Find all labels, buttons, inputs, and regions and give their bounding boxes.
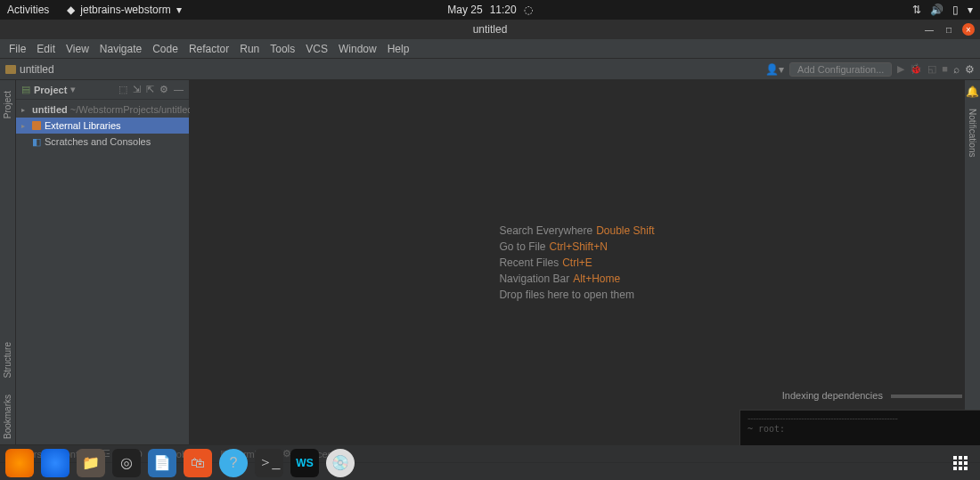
collapse-all-icon[interactable]: ⇱ [146,84,154,95]
dock-firefox[interactable] [5,449,34,477]
gnome-top-bar: Activities ◆ jetbrains-webstorm ▾ May 25… [0,0,980,20]
library-icon [32,121,41,130]
hint-drop-files: Drop files here to open them [499,289,654,301]
hide-icon[interactable]: — [174,84,184,95]
menu-tools[interactable]: Tools [265,43,300,55]
tree-root[interactable]: ▸ untitled ~/WebstormProjects/untitled [16,102,189,118]
dock-files[interactable]: 📁 [77,449,105,477]
tab-bookmarks[interactable]: Bookmarks [3,389,12,444]
tree-external-libraries[interactable]: ▸ External Libraries [16,118,189,134]
hint-search-everywhere: Search EverywhereDouble Shift [499,224,654,237]
project-view-icon: ▤ [21,84,30,95]
dock-software[interactable]: 🛍 [184,449,212,477]
breadcrumb[interactable]: untitled [5,63,54,76]
progress-bar [891,395,962,398]
project-tw-header: ▤ Project ▾ ⬚ ⇲ ⇱ ⚙ — [16,80,189,100]
dock-webstorm[interactable]: WS [290,449,319,477]
tree-scratches[interactable]: ◧ Scratches and Consoles [16,134,189,150]
project-tree[interactable]: ▸ untitled ~/WebstormProjects/untitled ▸… [16,100,189,151]
tree-scratches-label: Scratches and Consoles [45,136,151,147]
run-icon[interactable]: ▶ [897,63,904,75]
gnome-dock: 📁 ◎ 📄 🛍 ? ＞_ WS 💿 [0,445,980,480]
dock-writer[interactable]: 📄 [148,449,176,477]
window-title: untitled [473,23,508,36]
breadcrumb-project: untitled [20,63,54,76]
progress-indicator[interactable]: Indexing dependencies [782,390,962,401]
coverage-icon[interactable]: ◱ [927,63,936,75]
indexing-panel: ╌╌╌╌╌╌╌╌╌╌╌╌╌╌╌╌╌╌╌╌╌╌╌╌╌╌╌╌ ~ root: [739,410,980,445]
root-label: ~ root: [747,424,973,434]
dock-disc[interactable]: 💿 [326,449,355,477]
maximize-button[interactable]: □ [943,23,955,36]
folder-icon [5,65,16,74]
gear-icon[interactable]: ⚙ [965,63,975,76]
right-tool-stripe: 🔔 Notifications [964,80,980,444]
scratches-icon: ◧ [32,136,41,148]
dock-terminal[interactable]: ＞_ [255,449,283,477]
menu-vcs[interactable]: VCS [300,43,333,55]
clock-date[interactable]: May 25 [447,4,482,16]
settings-icon[interactable]: ⚙ [159,84,168,95]
volume-icon[interactable]: 🔊 [930,4,943,16]
active-app-label: jetbrains-webstorm [80,4,170,16]
hint-go-to-file: Go to FileCtrl+Shift+N [499,240,654,253]
window-title-bar: untitled — □ × [0,20,980,39]
search-icon[interactable]: ⌕ [953,63,960,76]
tab-project[interactable]: Project [3,85,12,124]
menu-refactor[interactable]: Refactor [184,43,234,55]
menu-help[interactable]: Help [382,43,415,55]
project-tw-title[interactable]: Project [34,85,67,95]
menu-window[interactable]: Window [333,43,382,55]
user-icon[interactable]: 👤▾ [765,63,784,76]
menu-file[interactable]: File [4,43,31,55]
active-app-menu[interactable]: ◆ jetbrains-webstorm ▾ [67,4,181,16]
battery-icon[interactable]: ▯ [952,4,959,16]
left-tool-stripe: Project Structure Bookmarks [0,80,16,444]
tree-external-label: External Libraries [45,120,121,131]
tab-notifications[interactable]: Notifications [968,103,977,162]
expand-all-icon[interactable]: ⇲ [133,84,141,95]
menu-edit[interactable]: Edit [31,43,61,55]
dock-show-apps[interactable] [953,456,968,470]
select-opened-file-icon[interactable]: ⬚ [118,84,127,95]
dock-thunderbird[interactable] [41,449,69,477]
menu-run[interactable]: Run [234,43,265,55]
bell-icon[interactable]: 🔔 [966,85,979,98]
tree-root-path: ~/WebstormProjects/untitled [70,104,193,115]
stop-icon[interactable]: ■ [942,63,948,75]
menu-view[interactable]: View [61,43,94,55]
chevron-right-icon[interactable]: ▸ [21,122,29,130]
menu-navigate[interactable]: Navigate [94,43,147,55]
progress-label: Indexing dependencies [782,390,883,401]
dock-rhythmbox[interactable]: ◎ [112,449,141,477]
minimize-button[interactable]: — [923,23,935,36]
add-configuration-button[interactable]: Add Configuration... [789,62,892,77]
clock-time[interactable]: 11:20 [490,4,517,16]
dock-help[interactable]: ? [219,449,248,477]
chevron-down-icon[interactable]: ▾ [968,4,973,16]
chevron-right-icon[interactable]: ▸ [21,106,25,114]
main-menu-bar: File Edit View Navigate Code Refactor Ru… [0,39,980,59]
activities-button[interactable]: Activities [7,4,49,16]
navigation-toolbar: untitled 👤▾ Add Configuration... ▶ 🐞 ◱ ■… [0,59,980,80]
webstorm-icon: ◆ [67,4,75,16]
notification-icon[interactable]: ◌ [524,4,533,16]
tree-root-label: untitled [32,104,68,115]
tab-structure[interactable]: Structure [3,337,12,384]
menu-code[interactable]: Code [147,43,184,55]
chevron-down-icon[interactable]: ▾ [70,84,76,95]
hint-navigation-bar: Navigation BarAlt+Home [499,273,654,285]
chevron-down-icon: ▾ [176,4,182,16]
project-tool-window: ▤ Project ▾ ⬚ ⇲ ⇱ ⚙ — ▸ untitled ~/Webst… [16,80,190,444]
network-icon[interactable]: ⇅ [912,4,921,16]
hint-recent-files: Recent FilesCtrl+E [499,256,654,269]
debug-icon[interactable]: 🐞 [910,63,922,75]
close-button[interactable]: × [962,23,975,36]
